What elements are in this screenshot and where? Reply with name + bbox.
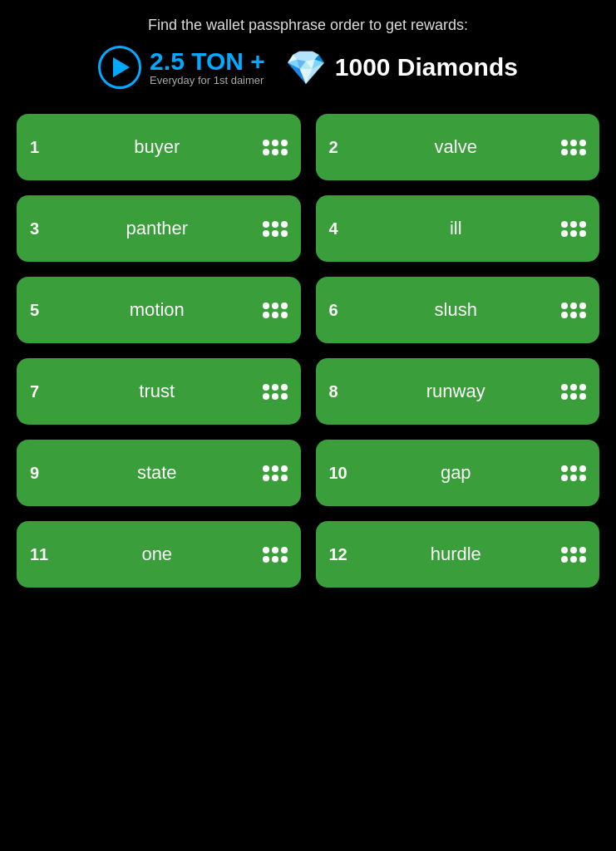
word-label-11: one xyxy=(60,544,254,565)
play-icon xyxy=(98,46,141,89)
word-card-10[interactable]: 10gap xyxy=(316,440,600,506)
word-card-2[interactable]: 2valve xyxy=(316,114,600,180)
word-number-6: 6 xyxy=(329,301,351,320)
word-number-5: 5 xyxy=(30,301,52,320)
word-card-11[interactable]: 11one xyxy=(17,521,301,588)
drag-icon-2 xyxy=(561,140,586,155)
drag-icon-7 xyxy=(263,384,288,400)
word-number-7: 7 xyxy=(30,382,52,401)
drag-icon-5 xyxy=(263,303,288,318)
word-card-1[interactable]: 1buyer xyxy=(17,114,301,180)
drag-icon-9 xyxy=(263,465,288,481)
word-card-7[interactable]: 7trust xyxy=(17,358,301,425)
drag-icon-11 xyxy=(263,547,288,563)
header-title: Find the wallet passphrase order to get … xyxy=(148,17,468,34)
rewards-row: 2.5 TON + Everyday for 1st daimer 💎 1000… xyxy=(17,46,599,89)
word-label-8: runway xyxy=(359,381,554,402)
word-number-1: 1 xyxy=(30,138,52,157)
drag-icon-4 xyxy=(561,221,586,237)
word-card-5[interactable]: 5motion xyxy=(17,277,301,343)
word-label-2: valve xyxy=(359,136,554,158)
ton-subtitle: Everyday for 1st daimer xyxy=(150,74,265,86)
drag-icon-10 xyxy=(561,465,586,481)
word-label-5: motion xyxy=(60,299,254,321)
word-label-6: slush xyxy=(359,299,554,321)
word-number-9: 9 xyxy=(30,464,52,483)
drag-icon-6 xyxy=(561,303,586,318)
word-label-3: panther xyxy=(60,218,254,239)
drag-icon-3 xyxy=(263,221,288,237)
play-triangle xyxy=(113,57,130,77)
word-label-7: trust xyxy=(60,381,254,402)
word-label-1: buyer xyxy=(60,136,254,158)
word-card-9[interactable]: 9state xyxy=(17,440,301,506)
word-number-3: 3 xyxy=(30,219,52,239)
drag-icon-1 xyxy=(263,140,288,155)
words-grid: 1buyer2valve3panther4ill5motion6slush7tr… xyxy=(17,114,599,588)
ton-section: 2.5 TON + Everyday for 1st daimer xyxy=(98,46,265,89)
word-card-4[interactable]: 4ill xyxy=(316,195,600,262)
word-card-3[interactable]: 3panther xyxy=(17,195,301,262)
diamond-icon: 💎 xyxy=(285,48,327,87)
word-number-8: 8 xyxy=(329,382,351,401)
drag-icon-12 xyxy=(561,547,586,563)
ton-amount: 2.5 TON + xyxy=(150,49,265,74)
diamond-section: 💎 1000 Diamonds xyxy=(285,48,518,87)
word-card-12[interactable]: 12hurdle xyxy=(316,521,600,588)
word-label-12: hurdle xyxy=(359,544,554,565)
word-label-9: state xyxy=(60,462,254,484)
diamonds-amount: 1000 Diamonds xyxy=(335,53,518,81)
word-label-4: ill xyxy=(359,218,554,239)
word-label-10: gap xyxy=(359,462,554,484)
ton-text-block: 2.5 TON + Everyday for 1st daimer xyxy=(150,49,265,86)
drag-icon-8 xyxy=(561,384,586,400)
word-number-10: 10 xyxy=(329,464,351,483)
word-number-12: 12 xyxy=(329,545,351,564)
word-number-2: 2 xyxy=(329,138,351,157)
word-card-8[interactable]: 8runway xyxy=(316,358,600,425)
word-number-11: 11 xyxy=(30,545,52,564)
word-number-4: 4 xyxy=(329,219,351,239)
word-card-6[interactable]: 6slush xyxy=(316,277,600,343)
